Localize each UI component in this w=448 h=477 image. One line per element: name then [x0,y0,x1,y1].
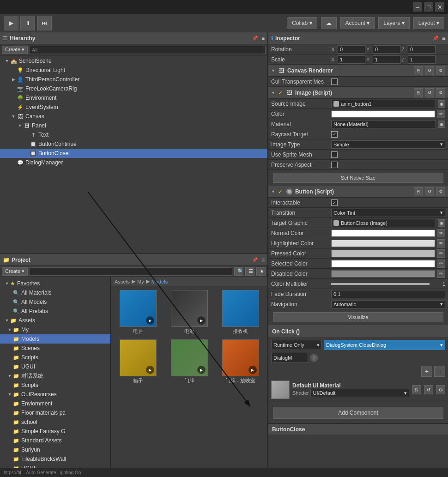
image-gear-btn[interactable]: ⚙ [436,88,445,97]
proj-child-item[interactable]: 📁school [0,417,110,427]
highlighted-color-eyedrop[interactable]: ✏ [437,239,445,248]
scale-z-input[interactable] [408,55,436,64]
material-restore-btn[interactable]: ↺ [424,385,433,394]
project-menu[interactable]: ≡ [261,257,265,263]
project-search-btn[interactable]: 🔍 [234,267,243,276]
hierarchy-item-schoolscene[interactable]: ▼ 🏫 SchoolScene [0,56,267,66]
add-component-button[interactable]: Add Component [273,407,443,419]
hierarchy-pin[interactable]: 📌 [252,36,258,41]
asset-item[interactable]: 接收机 [215,288,266,337]
scale-y-input[interactable] [373,55,400,64]
button-script-header[interactable]: ▼ ✓ 🔘 Button (Script) ⎘ ↺ ⚙ [268,186,448,198]
asset-item[interactable]: ▶ 门牌 [164,338,214,386]
close-button[interactable]: ✕ [435,2,444,12]
play-button[interactable]: ▶ [4,16,18,30]
project-search-input[interactable] [30,267,232,276]
proj-child-item[interactable]: 📁Floor materials pa [0,408,110,417]
proj-child-item[interactable]: 📁Scripts [0,380,110,390]
asset-play-btn[interactable]: ▶ [146,316,154,325]
onclick-object-field[interactable]: DialogM [271,353,308,363]
proj-item[interactable]: 🔍All Materials [0,288,110,297]
asset-item[interactable]: ▶ 电台 [113,288,163,337]
hierarchy-item-panel[interactable]: ▼ 🖼 Panel [0,121,267,130]
use-sprite-checkbox[interactable] [331,151,338,158]
multiplier-slider[interactable] [331,283,430,285]
fade-input[interactable] [331,290,445,298]
hierarchy-item-directionallight[interactable]: 💡 Directional Light [0,66,267,75]
target-graphic-dot-btn[interactable]: ◉ [438,219,445,227]
breadcrumb-my[interactable]: My [137,279,144,284]
step-button[interactable]: ⏭ [37,16,52,30]
layout-button[interactable]: Layout ▾ [413,17,444,29]
proj-child-item[interactable]: 📁Scripts [0,353,110,362]
project-filter-btn[interactable]: ☰ [245,267,254,276]
pressed-color-eyedrop[interactable]: ✏ [437,249,445,258]
color-eyedrop-btn[interactable]: ✏ [437,110,445,118]
source-image-dot-btn[interactable]: ◉ [438,100,445,108]
breadcrumb-assets[interactable]: Assets [115,279,130,284]
proj-item[interactable]: ▼📁OutResourses [0,390,110,399]
disabled-color-swatch[interactable] [331,270,435,278]
onclick-add-button[interactable]: + [421,366,432,377]
hierarchy-item-dialogmanager[interactable]: 💬 DialogManager [0,158,267,167]
hierarchy-item-thirdpersoncontroller[interactable]: ▶ 👤 ThirdPersonController [0,75,267,84]
image-copy-btn[interactable]: ⎘ [414,88,423,97]
inspector-menu[interactable]: ≡ [442,35,445,42]
source-image-field[interactable]: anim_button1 [331,100,436,108]
proj-item[interactable]: 🔍All Models [0,297,110,307]
account-button[interactable]: Account ▾ [340,17,375,29]
pause-button[interactable]: ⏸ [20,16,35,30]
asset-item[interactable]: ▶ 箱子 [113,338,163,386]
project-pin[interactable]: 📌 [252,257,258,262]
navigation-dropdown[interactable]: Automatic ▾ [331,300,445,308]
hierarchy-item-canvas[interactable]: ▼ 🖼 Canvas [0,112,267,121]
hierarchy-menu[interactable]: ≡ [261,35,265,42]
canvas-restore-btn[interactable]: ↺ [425,66,434,75]
image-type-dropdown[interactable]: Simple ▾ [331,140,445,149]
hierarchy-search-input[interactable] [30,46,266,54]
scale-x-input[interactable] [338,55,365,64]
canvas-renderer-header[interactable]: ▼ 🖼 Canvas Renderer ⎘ ↺ ⚙ [268,65,448,77]
proj-favorites-header[interactable]: ▼★Favorites [0,279,110,288]
normal-color-eyedrop[interactable]: ✏ [437,229,445,237]
rotation-z-input[interactable] [408,45,436,54]
onclick-remove-button[interactable]: – [434,366,445,377]
asset-play-btn[interactable]: ▶ [248,366,257,374]
button-gear-btn[interactable]: ⚙ [436,187,445,196]
raycast-checkbox[interactable] [331,131,338,138]
proj-item[interactable]: 🔍All Prefabs [0,307,110,316]
asset-item[interactable]: ▶ 门牌 - 放映室 [215,338,266,386]
pressed-color-swatch[interactable] [331,250,435,257]
collab-button[interactable]: Collab ▾ [287,17,317,29]
proj-assets-header[interactable]: ▼📁Assets [0,316,110,325]
image-restore-btn[interactable]: ↺ [425,88,434,97]
layers-button[interactable]: Layers ▾ [378,17,409,29]
runtime-dropdown[interactable]: Runtime Only ▾ [271,340,322,350]
color-swatch[interactable] [331,110,435,118]
breadcrumb-models[interactable]: Models [151,279,168,284]
project-create-button[interactable]: Create ▾ [2,267,28,276]
maximize-button[interactable]: □ [424,2,433,12]
hierarchy-item-text[interactable]: T Text [0,130,267,139]
method-dropdown[interactable]: DialogSystem.CloseDialog ▾ [324,340,445,350]
selected-color-eyedrop[interactable]: ✏ [437,260,445,268]
cloud-button[interactable]: ☁ [321,17,337,29]
material-gear-btn[interactable]: ⚙ [436,385,445,394]
proj-child-item[interactable]: 📁Enviornment [0,399,110,408]
inspector-pin[interactable]: 📌 [433,36,438,41]
highlighted-color-swatch[interactable] [331,240,435,247]
visualize-button[interactable]: Visualize [273,312,443,322]
button-copy-btn[interactable]: ⎘ [414,187,423,196]
proj-child-item[interactable]: 📁Models [0,334,110,344]
selected-color-swatch[interactable] [331,260,435,267]
target-graphic-field[interactable]: ButtonClose (Image) [331,219,436,227]
interactable-checkbox[interactable] [331,199,338,206]
button-restore-btn[interactable]: ↺ [425,187,434,196]
proj-item[interactable]: ▼📁My [0,325,110,334]
canvas-gear-btn[interactable]: ⚙ [436,66,445,75]
canvas-copy-btn[interactable]: ⎘ [414,66,423,75]
proj-child-item[interactable]: 📁TileableBricksWall [0,454,110,464]
minimize-button[interactable]: – [413,2,422,12]
set-native-button[interactable]: Set Native Size [273,173,443,183]
normal-color-swatch[interactable] [331,229,435,237]
